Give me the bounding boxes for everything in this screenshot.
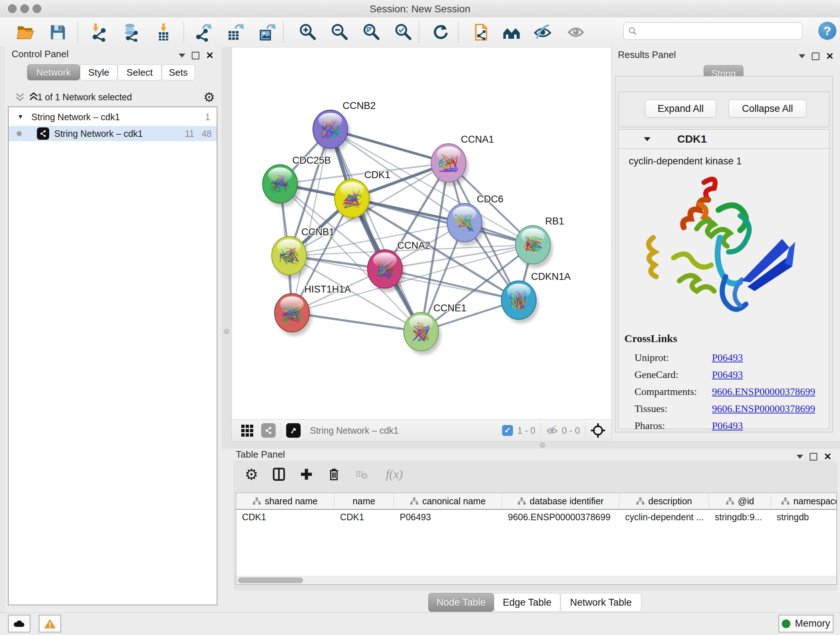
crosslink-uniprot[interactable]: P06493 [712, 349, 815, 366]
left-splitter[interactable] [221, 47, 232, 441]
zoom-in-button[interactable] [297, 21, 317, 43]
disclosure-triangle-icon[interactable]: ▼ [17, 113, 24, 120]
scrollbar-thumb[interactable] [238, 578, 303, 583]
help-button[interactable]: ? [818, 22, 836, 40]
tab-edge-table[interactable]: Edge Table [494, 593, 561, 612]
crosslink-pharos[interactable]: P06493 [712, 417, 815, 434]
table-cell[interactable]: stringdb:9... [709, 512, 771, 523]
column-header[interactable]: namespace [771, 493, 837, 509]
network-node[interactable]: CCNA1 [431, 134, 494, 186]
network-row-selected[interactable]: String Network – cdk1 11 48 [9, 126, 217, 141]
node-label: CCNE1 [433, 302, 467, 314]
refresh-button[interactable] [430, 21, 450, 43]
table-cell[interactable]: P06493 [394, 512, 502, 523]
network-collection-row[interactable]: ▼ String Network – cdk1 1 [9, 109, 217, 125]
crosslink-genecard[interactable]: P06493 [712, 366, 815, 383]
zoom-out-button[interactable] [329, 21, 349, 43]
panel-close-icon[interactable]: ✕ [206, 51, 214, 60]
table-cell[interactable]: cyclin-dependent ... [619, 512, 709, 523]
collapse-all-button[interactable]: Collapse All [729, 100, 806, 118]
tab-network-table[interactable]: Network Table [561, 593, 641, 612]
hide-selected-button[interactable] [532, 21, 553, 43]
warnings-button[interactable] [39, 615, 61, 632]
node-count: 11 [185, 128, 194, 139]
panel-close-icon[interactable]: ✕ [826, 51, 834, 61]
table-cell[interactable]: 9606.ENSP00000378699 [502, 512, 619, 523]
splitter-handle[interactable] [540, 442, 545, 448]
table-settings-gear-icon[interactable]: ⚙ [240, 463, 262, 485]
zoom-fit-button[interactable] [361, 21, 381, 43]
splitter-handle[interactable] [224, 329, 229, 334]
network-options-gear-icon[interactable]: ⚙ [203, 90, 215, 105]
grid-view-icon[interactable] [241, 424, 253, 437]
delete-table-icon[interactable] [351, 463, 372, 485]
panel-float-icon[interactable] [810, 453, 817, 461]
import-network-file-button[interactable] [89, 21, 109, 43]
network-node[interactable]: CCNE1 [404, 302, 467, 355]
column-header[interactable]: canonical name [394, 493, 502, 509]
horizontal-splitter[interactable] [221, 441, 840, 449]
network-node[interactable]: CCNB2 [313, 100, 376, 152]
search-input[interactable] [638, 26, 794, 36]
column-header[interactable]: name [334, 493, 394, 509]
table-cell[interactable]: stringdb [771, 512, 837, 523]
network-from-selection-button[interactable] [471, 21, 491, 43]
column-header[interactable]: description [619, 493, 709, 509]
detach-view-icon[interactable] [286, 423, 301, 438]
network-node[interactable]: RB1 [515, 216, 564, 268]
tab-node-table[interactable]: Node Table [428, 593, 494, 612]
table-cell[interactable]: CDK1 [334, 512, 394, 523]
tab-style[interactable]: Style [80, 65, 118, 80]
table-cell[interactable]: CDK1 [236, 512, 334, 523]
network-node[interactable]: CDC25B [263, 155, 331, 207]
entry-collapse-icon[interactable] [644, 137, 651, 141]
network-node[interactable]: CDK1 [335, 169, 390, 222]
search-box[interactable] [623, 22, 802, 40]
show-columns-icon[interactable] [268, 463, 290, 485]
string-tab-icon[interactable] [261, 423, 276, 438]
network-node[interactable]: CCNB1 [272, 226, 335, 279]
panel-collapse-icon[interactable] [179, 54, 185, 57]
export-network-button[interactable] [193, 21, 213, 43]
tab-network[interactable]: Network [27, 65, 80, 80]
network-node[interactable]: CDC6 [447, 194, 504, 246]
control-panel-title: Control Panel [11, 49, 69, 60]
network-node[interactable]: HIST1H1A [275, 284, 351, 336]
expand-all-button[interactable]: Expand All [645, 100, 716, 118]
panel-float-icon[interactable] [192, 52, 199, 59]
function-builder-icon[interactable]: f(x) [378, 463, 411, 485]
birds-eye-view-icon[interactable] [591, 423, 606, 438]
table-horizontal-scrollbar[interactable] [236, 576, 836, 584]
column-header[interactable]: database identifier [502, 493, 619, 509]
delete-column-trash-icon[interactable] [323, 463, 345, 485]
table-row[interactable]: CDK1CDK1P064939606.ENSP00000378699cyclin… [236, 510, 836, 524]
cloud-button[interactable] [8, 615, 30, 632]
column-header[interactable]: shared name [236, 493, 334, 509]
first-neighbors-button[interactable] [501, 21, 522, 43]
memory-label: Memory [795, 618, 830, 629]
add-column-icon[interactable] [295, 463, 317, 485]
crosslink-compartments[interactable]: 9606.ENSP00000378699 [712, 383, 815, 400]
panel-collapse-icon[interactable] [797, 455, 803, 459]
export-image-button[interactable] [256, 21, 276, 43]
crosslink-tissues[interactable]: 9606.ENSP00000378699 [712, 400, 815, 417]
import-network-database-button[interactable] [121, 21, 141, 43]
panel-float-icon[interactable] [812, 52, 819, 60]
memory-button[interactable]: Memory [778, 615, 834, 632]
network-graph[interactable]: CCNB2CCNA1CDC25BCDK1CDC6RB1CCNB1CCNA2CDK… [232, 48, 611, 420]
import-table-file-button[interactable] [153, 21, 174, 43]
tab-select[interactable]: Select [118, 65, 162, 80]
export-table-button[interactable] [224, 21, 245, 43]
tab-sets[interactable]: Sets [162, 65, 195, 80]
panel-collapse-icon[interactable] [799, 54, 805, 58]
save-session-button[interactable] [48, 21, 68, 43]
panel-close-icon[interactable]: ✕ [824, 452, 832, 461]
open-session-button[interactable] [15, 21, 35, 43]
column-header[interactable]: @id [709, 493, 771, 509]
show-all-button[interactable] [566, 21, 586, 43]
network-view[interactable]: CCNB2CCNA1CDC25BCDK1CDC6RB1CCNB1CCNA2CDK… [232, 47, 612, 420]
network-node[interactable]: CDKN1A [501, 271, 571, 323]
selected-checkbox-icon[interactable]: ✓ [502, 425, 513, 436]
node-entry-header[interactable]: CDK1 [619, 130, 829, 149]
zoom-selected-button[interactable] [393, 21, 413, 43]
